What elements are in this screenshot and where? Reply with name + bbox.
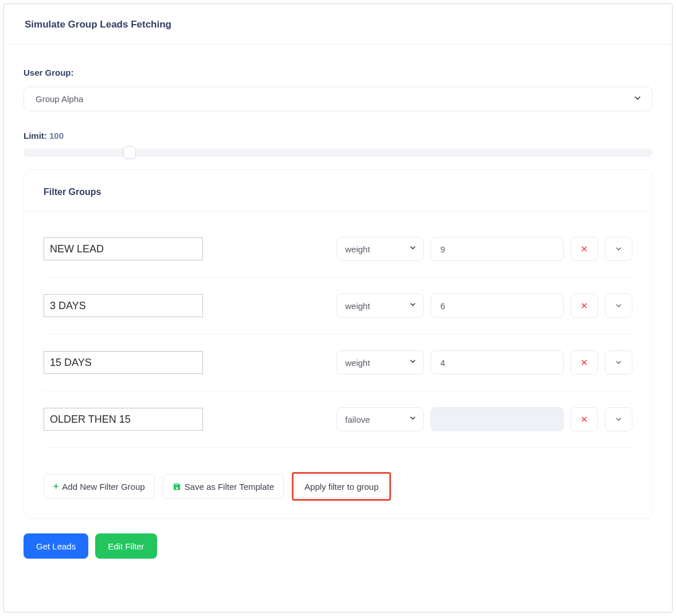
panel: Simulate Group Leads Fetching User Group…	[3, 3, 673, 613]
add-filter-group-label: Add New Filter Group	[62, 482, 144, 492]
user-group-select-wrap	[24, 87, 652, 111]
expand-filter-button[interactable]	[605, 237, 632, 261]
filter-name-input[interactable]	[44, 294, 203, 317]
get-leads-label: Get Leads	[36, 541, 76, 551]
panel-header: Simulate Group Leads Fetching	[4, 4, 672, 45]
filter-footer-buttons: + Add New Filter Group Save as Filter Te…	[44, 472, 632, 501]
delete-filter-button[interactable]	[571, 350, 598, 375]
edit-filter-label: Edit Filter	[108, 541, 144, 551]
apply-filter-button[interactable]: Apply filter to group	[295, 475, 388, 498]
slider-thumb[interactable]	[123, 146, 136, 159]
filter-row	[44, 278, 632, 334]
filter-row	[44, 334, 632, 391]
add-filter-group-button[interactable]: + Add New Filter Group	[44, 474, 155, 499]
apply-filter-label: Apply filter to group	[304, 482, 378, 492]
expand-filter-button[interactable]	[605, 407, 632, 431]
filter-type-select[interactable]	[337, 237, 424, 261]
filter-groups-header: Filter Groups	[24, 170, 652, 212]
edit-filter-button[interactable]: Edit Filter	[95, 533, 157, 559]
save-icon	[173, 482, 181, 491]
panel-title: Simulate Group Leads Fetching	[25, 19, 651, 30]
user-group-label: User Group:	[24, 68, 652, 77]
filter-value-input[interactable]	[431, 237, 564, 261]
filter-name-input[interactable]	[44, 237, 203, 260]
expand-filter-button[interactable]	[605, 294, 632, 318]
save-filter-template-button[interactable]: Save as Filter Template	[163, 474, 284, 499]
filter-groups-body: + Add New Filter Group Save as Filter Te…	[24, 212, 652, 518]
filter-type-select[interactable]	[337, 407, 424, 431]
filter-name-input[interactable]	[44, 351, 203, 374]
limit-label: Limit: 100	[24, 131, 652, 141]
delete-filter-button[interactable]	[571, 237, 598, 261]
plus-icon: +	[53, 481, 58, 492]
delete-filter-button[interactable]	[571, 407, 598, 431]
limit-label-prefix: Limit:	[24, 131, 49, 141]
get-leads-button[interactable]: Get Leads	[24, 533, 88, 559]
filter-type-select-wrap	[337, 407, 424, 431]
panel-content: User Group: Limit: 100 Filter Groups	[4, 45, 672, 576]
save-filter-template-label: Save as Filter Template	[185, 482, 274, 492]
filter-value-input[interactable]	[431, 350, 564, 375]
expand-filter-button[interactable]	[605, 350, 632, 375]
limit-slider[interactable]	[24, 149, 652, 157]
filter-row	[44, 221, 632, 278]
filter-groups-card: Filter Groups	[24, 169, 652, 518]
filter-name-input[interactable]	[44, 408, 203, 431]
filter-type-select[interactable]	[337, 350, 424, 375]
filter-type-select-wrap	[337, 294, 424, 318]
filter-row	[44, 391, 632, 448]
limit-value: 100	[49, 131, 64, 141]
bottom-buttons: Get Leads Edit Filter	[24, 533, 652, 559]
filter-value-input	[431, 407, 564, 431]
filter-value-input[interactable]	[431, 294, 564, 318]
filter-type-select-wrap	[337, 237, 424, 261]
filter-type-select-wrap	[337, 350, 424, 375]
limit-section: Limit: 100	[24, 131, 652, 157]
apply-filter-highlight: Apply filter to group	[292, 472, 391, 501]
user-group-select[interactable]	[24, 87, 652, 111]
filter-type-select[interactable]	[337, 294, 424, 318]
delete-filter-button[interactable]	[571, 294, 598, 318]
filter-groups-title: Filter Groups	[44, 187, 632, 197]
